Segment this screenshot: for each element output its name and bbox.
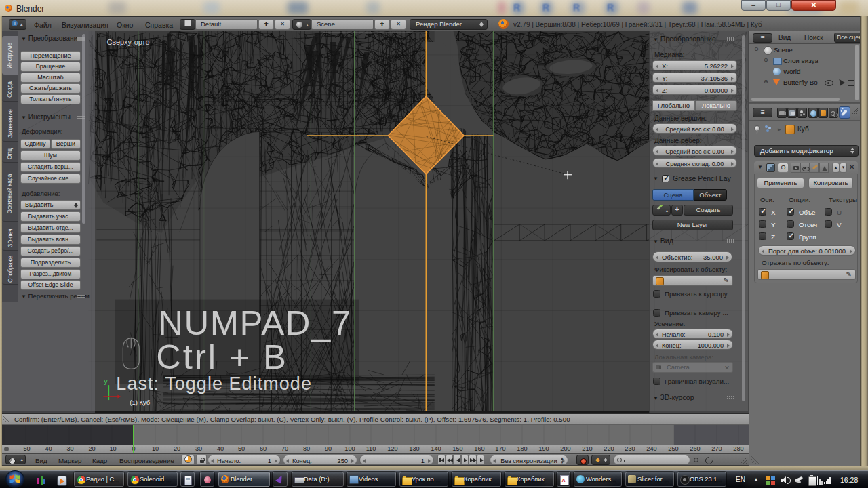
svg-text:Ctrl + B: Ctrl + B (156, 338, 288, 376)
svg-text:Сверху-орто: Сверху-орто (106, 38, 149, 46)
svg-text:NUMPAD_7: NUMPAD_7 (158, 304, 352, 342)
svg-text:Last: Toggle Editmode: Last: Toggle Editmode (116, 373, 312, 394)
svg-text:(1) Куб: (1) Куб (130, 399, 151, 406)
svg-text:y: y (104, 378, 107, 385)
